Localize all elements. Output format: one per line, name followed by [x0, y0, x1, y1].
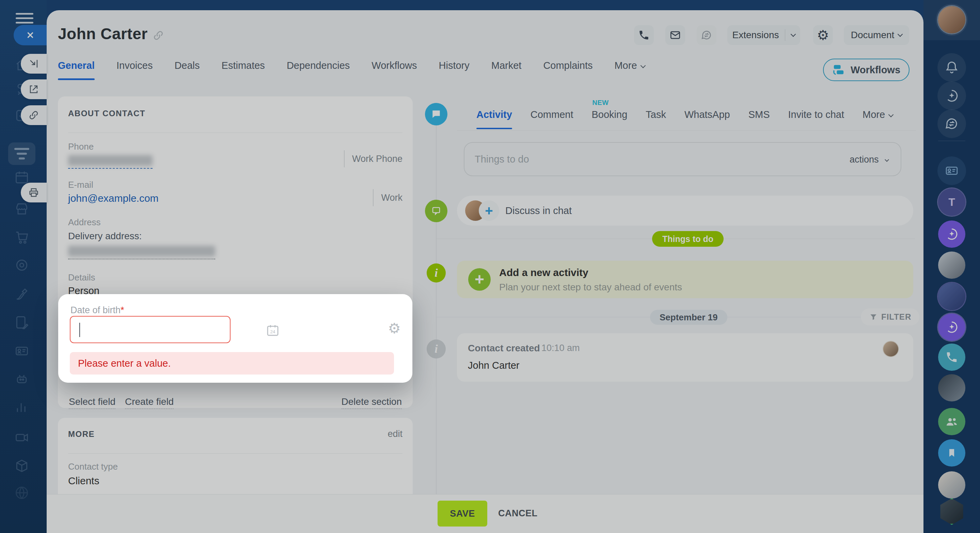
validation-error: Please enter a value.	[70, 352, 394, 375]
text-caret	[80, 323, 80, 337]
required-asterisk: *	[121, 305, 124, 315]
svg-text:24: 24	[270, 329, 275, 334]
calendar-icon[interactable]: 24	[266, 323, 280, 337]
date-of-birth-input[interactable]	[70, 316, 231, 343]
field-settings-gear-icon[interactable]: ⚙	[388, 321, 401, 336]
date-of-birth-label: Date of birth*	[70, 305, 124, 316]
date-of-birth-popup: Date of birth* 24 ⚙ Please enter a value…	[58, 294, 412, 383]
crm-contact-screen: John Carter Extensions ⚙ Document Genera	[0, 0, 980, 533]
modal-dim-overlay[interactable]	[0, 0, 980, 533]
